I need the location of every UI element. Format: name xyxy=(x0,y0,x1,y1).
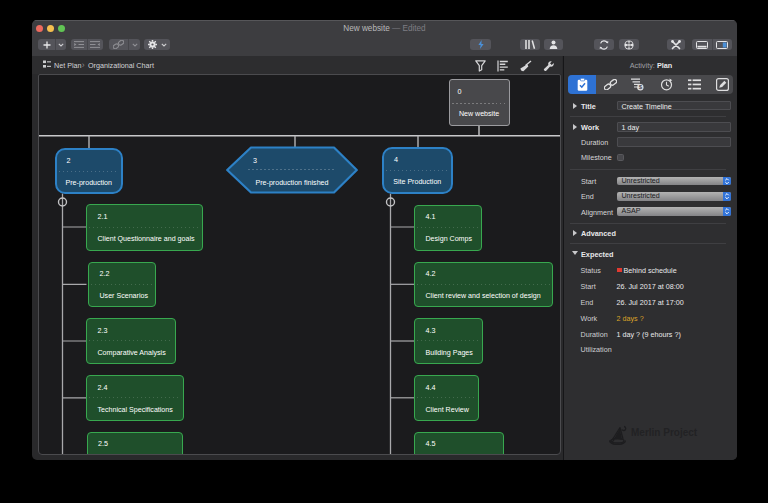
svg-text:Pre-production finished: Pre-production finished xyxy=(255,178,328,186)
svg-text:3: 3 xyxy=(253,155,257,164)
